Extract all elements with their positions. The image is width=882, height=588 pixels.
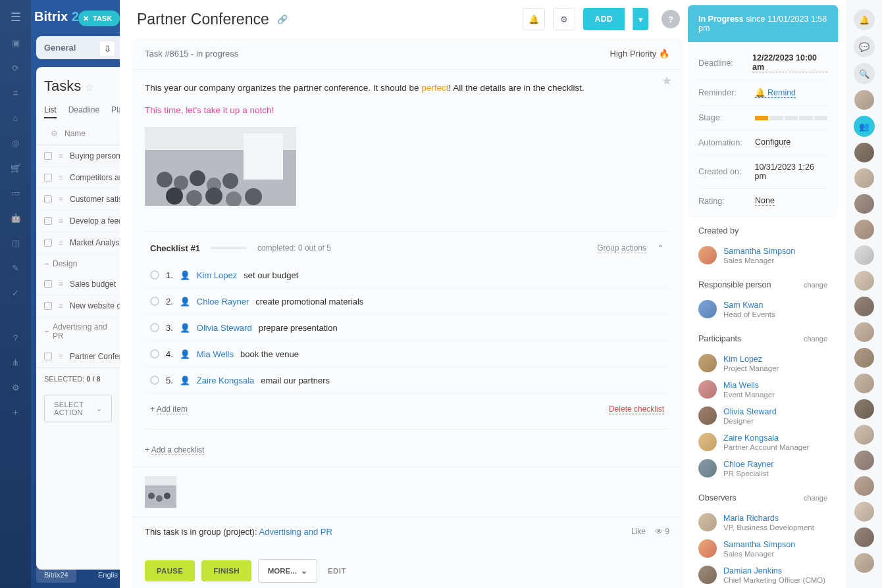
change-link[interactable]: change [804, 335, 827, 343]
task-group[interactable]: −Advertising and PR [36, 317, 120, 346]
task-row[interactable]: ≡Sales budget [36, 274, 120, 295]
configure-link[interactable]: Configure [755, 137, 791, 147]
download-icon[interactable]: ⇩ [100, 41, 115, 56]
person-row[interactable]: Samantha SimpsonSales Manager [698, 242, 827, 268]
task-group[interactable]: −Design [36, 254, 120, 274]
group-link[interactable]: Advertising and PR [259, 527, 332, 537]
nav-icon[interactable]: ⌂ [9, 111, 22, 124]
avatar[interactable] [854, 168, 874, 188]
person-row[interactable]: Samantha SimpsonSales Manager [698, 535, 827, 562]
avatar[interactable] [854, 297, 874, 316]
avatar[interactable] [854, 425, 874, 445]
star-icon[interactable]: ★ [662, 72, 672, 90]
nav-icon[interactable]: 🛒 [9, 161, 22, 174]
change-link[interactable]: change [804, 494, 827, 502]
tab-deadline[interactable]: Deadline [68, 105, 99, 118]
remind-link[interactable]: 🔔Remind [755, 87, 796, 98]
pause-button[interactable]: PAUSE [145, 560, 195, 581]
nav-icon[interactable]: ◫ [9, 236, 22, 249]
avatar[interactable] [854, 245, 874, 265]
nav-icon[interactable]: ✓ [9, 286, 22, 299]
plus-icon[interactable]: ＋ [9, 406, 22, 419]
task-row[interactable]: ≡New website de [36, 295, 120, 317]
language-selector[interactable]: Englis [94, 567, 120, 583]
avatar[interactable] [854, 90, 874, 110]
tab-plan[interactable]: Plan [111, 105, 120, 118]
deadline-value[interactable]: 12/22/2023 10:00 am [752, 53, 827, 72]
stage-bar[interactable] [755, 116, 827, 120]
close-icon[interactable]: ✕ [83, 14, 89, 23]
avatar[interactable] [854, 451, 874, 470]
avatar[interactable] [854, 271, 874, 291]
add-dropdown[interactable]: ▾ [633, 8, 648, 30]
task-row[interactable]: ≡Partner Confere [36, 346, 120, 368]
checklist-item[interactable]: 5.👤Zaire Kongsala email our partners [145, 368, 669, 394]
bitrix-badge[interactable]: Bitrix24 [36, 567, 76, 583]
group-icon[interactable]: 👥 [854, 116, 875, 137]
person-row[interactable]: Maria RichardsVP, Business Development [698, 509, 827, 535]
hamburger-icon[interactable]: ☰ [11, 10, 21, 24]
help-icon[interactable]: ? [9, 331, 22, 344]
change-link[interactable]: change [804, 281, 827, 289]
avatar[interactable] [854, 374, 874, 393]
general-tab[interactable]: General⇩ [36, 36, 120, 59]
avatar[interactable] [854, 322, 874, 342]
delete-checklist-link[interactable]: Delete checklist [609, 404, 664, 414]
select-action-dropdown[interactable]: SELECT ACTION⌄ [44, 395, 112, 422]
avatar[interactable] [854, 527, 874, 547]
task-row[interactable]: ≡Buying persona [36, 145, 120, 167]
nav-icon[interactable]: 🤖 [9, 211, 22, 224]
rating-link[interactable]: None [755, 196, 775, 206]
link-icon[interactable]: 🔗 [277, 14, 288, 24]
nav-icon[interactable]: ⋔ [9, 356, 22, 369]
avatar[interactable] [854, 399, 874, 419]
chat-icon[interactable]: 💬 [854, 36, 875, 57]
avatar[interactable] [854, 220, 874, 239]
checklist-item[interactable]: 3.👤Olivia Steward prepare presentation [145, 315, 669, 341]
gear-icon[interactable]: ⚙ [51, 129, 58, 138]
task-row[interactable]: ≡Competitors ana [36, 167, 120, 189]
add-checklist-link[interactable]: + Add a checklist [132, 443, 683, 467]
star-icon[interactable]: ☆ [85, 82, 93, 93]
gear-button[interactable]: ⚙ [553, 8, 575, 30]
nav-icon[interactable]: ✎ [9, 261, 22, 274]
avatar[interactable] [854, 143, 874, 162]
avatar[interactable] [854, 502, 874, 522]
bell-icon[interactable]: 🔔 [854, 9, 875, 30]
search-icon[interactable]: 🔍 [854, 63, 875, 84]
finish-button[interactable]: FINISH [201, 560, 251, 581]
bell-button[interactable]: 🔔 [523, 8, 545, 30]
more-button[interactable]: MORE...⌄ [258, 559, 317, 583]
task-pill[interactable]: ✕TASK [78, 11, 120, 26]
gear-icon[interactable]: ⚙ [9, 381, 22, 394]
group-actions-link[interactable]: Group actions [597, 243, 646, 253]
person-row[interactable]: Mia WellsEvent Manager [698, 376, 827, 403]
avatar[interactable] [854, 348, 874, 368]
person-row[interactable]: Chloe RaynerPR Specialist [698, 455, 827, 481]
edit-link[interactable]: EDIT [328, 567, 346, 575]
task-row[interactable]: ≡Customer satisf [36, 189, 120, 210]
avatar[interactable] [854, 194, 874, 214]
attachment-image[interactable] [145, 127, 296, 206]
person-row[interactable]: Damian JenkinsChief Marketing Officer (C… [698, 562, 827, 588]
nav-icon[interactable]: ≡ [9, 86, 22, 99]
chevron-up-icon[interactable]: ⌃ [657, 243, 664, 253]
nav-icon[interactable]: ▭ [9, 186, 22, 199]
person-row[interactable]: Sam KwanHead of Events [698, 296, 827, 322]
avatar[interactable] [854, 553, 874, 573]
nav-icon[interactable]: ▣ [9, 36, 22, 49]
attachment-thumbnail[interactable] [145, 476, 176, 508]
nav-icon[interactable]: ⟳ [9, 61, 22, 74]
checklist-item[interactable]: 1.👤Kim Lopez set our budget [145, 262, 669, 289]
help-button[interactable]: ? [662, 10, 680, 28]
add-button[interactable]: ADD [583, 8, 625, 30]
nav-icon[interactable]: ◎ [9, 136, 22, 149]
checklist-item[interactable]: 4.👤Mia Wells book the venue [145, 341, 669, 368]
person-row[interactable]: Olivia StewardDesigner [698, 403, 827, 429]
task-row[interactable]: ≡Market Analysis [36, 232, 120, 254]
person-row[interactable]: Kim LopezProject Manager [698, 350, 827, 376]
checklist-item[interactable]: 2.👤Chloe Rayner create promotional mater… [145, 289, 669, 315]
tab-list[interactable]: List [44, 105, 57, 118]
person-row[interactable]: Zaire KongsalaPartner Account Manager [698, 429, 827, 455]
like-button[interactable]: Like [631, 527, 646, 536]
